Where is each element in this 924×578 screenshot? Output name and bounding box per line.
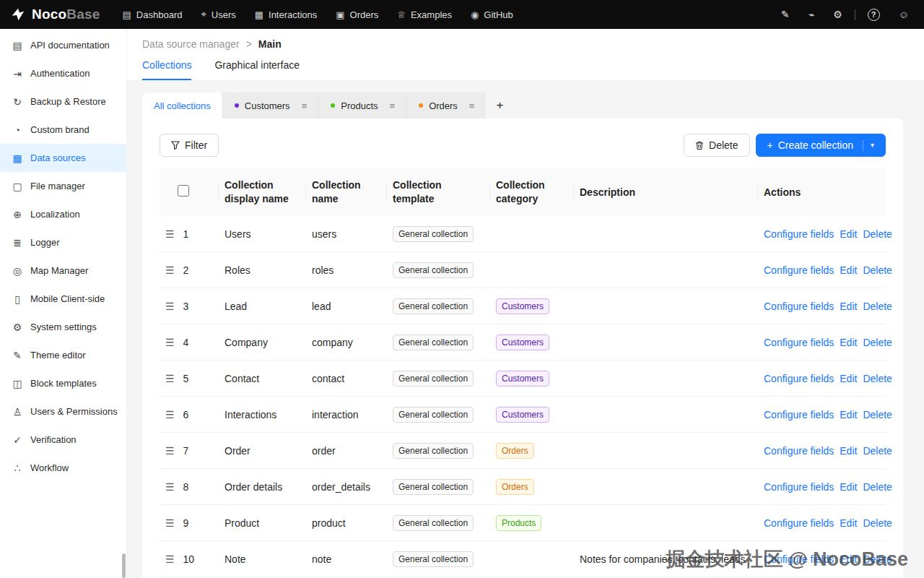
nav-item-interactions[interactable]: ▦Interactions [245, 0, 327, 29]
sidebar-item-file-manager[interactable]: ▢File manager [0, 172, 126, 200]
action-edit[interactable]: Edit [840, 517, 857, 529]
cell-description [574, 505, 758, 541]
sidebar-item-logger[interactable]: ≣Logger [0, 228, 126, 256]
collection-tab-customers[interactable]: Customers≡ [222, 92, 318, 118]
drag-handle-icon[interactable]: ☰ [165, 298, 175, 314]
tab-menu-icon[interactable]: ≡ [469, 100, 475, 111]
user-profile-icon[interactable]: ☺ [889, 0, 918, 29]
cell-category: Customers [490, 397, 574, 433]
cell-description [574, 252, 758, 288]
nocobase-brand[interactable]: NocoBase [0, 7, 113, 22]
action-configure-fields[interactable]: Configure fields [764, 264, 834, 276]
sidebar-item-localization[interactable]: ⊕Localization [0, 200, 126, 228]
collection-tab-orders[interactable]: Orders≡ [406, 92, 486, 118]
sidebar-item-data-sources[interactable]: ▦Data sources [0, 144, 126, 172]
action-edit[interactable]: Edit [840, 445, 857, 457]
sidebar-item-mobile-client-side[interactable]: ▯Mobile Client-side [0, 285, 126, 313]
sidebar-item-workflow[interactable]: ∴Workflow [0, 454, 126, 482]
action-configure-fields[interactable]: Configure fields [764, 553, 834, 565]
action-configure-fields[interactable]: Configure fields [764, 481, 834, 493]
drag-handle-icon[interactable]: ☰ [165, 226, 175, 242]
drag-handle-icon[interactable]: ☰ [165, 262, 175, 278]
action-configure-fields[interactable]: Configure fields [764, 337, 834, 348]
collection-template-tag: General collection [393, 262, 474, 278]
action-edit[interactable]: Edit [840, 228, 857, 240]
action-edit[interactable]: Edit [840, 481, 857, 493]
sidebar-item-theme-editor[interactable]: ✎Theme editor [0, 341, 126, 369]
drag-handle-icon[interactable]: ☰ [165, 443, 175, 459]
ui-editor-highlighter-icon[interactable]: ✎ [772, 0, 799, 29]
sidebar-item-block-templates[interactable]: ◫Block templates [0, 369, 126, 397]
row-index: 1 [183, 226, 189, 242]
nav-item-examples[interactable]: ♕Examples [388, 0, 461, 29]
cell-select: ☰9 [160, 505, 219, 541]
breadcrumb-section[interactable]: Data source manager [142, 38, 240, 50]
sidebar-scrollbar-thumb[interactable] [122, 553, 126, 578]
cell-category: Orders [490, 469, 574, 505]
cell-name: roles [306, 252, 387, 288]
nav-item-github[interactable]: ◉GitHub [461, 0, 523, 29]
action-edit[interactable]: Edit [840, 553, 857, 565]
collection-template-tag: General collection [393, 298, 474, 314]
tab-collections[interactable]: Collections [142, 59, 191, 80]
action-delete[interactable]: Delete [863, 264, 892, 276]
tab-graphical-interface[interactable]: Graphical interface [214, 59, 300, 80]
action-delete[interactable]: Delete [863, 517, 892, 529]
action-edit[interactable]: Edit [840, 264, 857, 276]
add-collection-tab-button[interactable]: + [486, 92, 513, 118]
cell-display-name: Users [219, 216, 306, 252]
sidebar-item-system-settings[interactable]: ⚙System settings [0, 313, 126, 341]
sidebar-item-custom-brand[interactable]: ◔Custom brand [0, 116, 126, 144]
action-configure-fields[interactable]: Configure fields [764, 301, 834, 312]
sidebar-item-authentication[interactable]: ⇥Authentication [0, 59, 126, 87]
drag-handle-icon[interactable]: ☰ [165, 515, 175, 531]
orders-icon: ▣ [336, 9, 344, 20]
settings-gear-icon[interactable]: ⚙ [824, 0, 852, 29]
action-edit[interactable]: Edit [840, 301, 857, 312]
action-delete[interactable]: Delete [863, 409, 892, 420]
help-icon[interactable]: ? [858, 0, 889, 29]
collection-tab-products[interactable]: Products≡ [318, 92, 406, 118]
cell-display-name: Lead [219, 288, 306, 324]
action-configure-fields[interactable]: Configure fields [764, 228, 834, 240]
action-delete[interactable]: Delete [863, 481, 892, 493]
sidebar-item-api-documentation[interactable]: ▤API documentation [0, 31, 126, 59]
action-configure-fields[interactable]: Configure fields [764, 373, 834, 384]
filter-button[interactable]: Filter [160, 134, 219, 157]
sidebar-item-verification[interactable]: ✓Verification [0, 426, 126, 454]
action-delete[interactable]: Delete [863, 228, 892, 240]
collection-tab-all-collections[interactable]: All collections [142, 92, 222, 118]
drag-handle-icon[interactable]: ☰ [165, 479, 175, 495]
action-configure-fields[interactable]: Configure fields [764, 409, 834, 420]
file-manager-icon: ▢ [12, 181, 23, 192]
cell-select: ☰7 [160, 433, 219, 469]
nav-item-dashboard[interactable]: ▤Dashboard [113, 0, 192, 29]
nav-item-orders[interactable]: ▣Orders [326, 0, 388, 29]
sidebar-item-users-permissions[interactable]: ♙Users & Permissions [0, 397, 126, 426]
nav-item-users[interactable]: ⌖Users [191, 0, 245, 29]
action-edit[interactable]: Edit [840, 337, 857, 348]
sidebar-item-map-manager[interactable]: ◎Map Manager [0, 256, 126, 285]
action-configure-fields[interactable]: Configure fields [764, 517, 834, 529]
create-collection-button[interactable]: + Create collection ▾ [756, 134, 886, 157]
action-delete[interactable]: Delete [863, 337, 892, 348]
drag-handle-icon[interactable]: ☰ [165, 371, 175, 387]
drag-handle-icon[interactable]: ☰ [165, 335, 175, 350]
category-dot-icon [331, 103, 335, 108]
action-configure-fields[interactable]: Configure fields [764, 445, 834, 457]
delete-button[interactable]: Delete [684, 134, 749, 157]
nav-item-label: Examples [411, 9, 452, 20]
drag-handle-icon[interactable]: ☰ [165, 551, 175, 567]
tab-menu-icon[interactable]: ≡ [302, 100, 308, 111]
plugin-manager-icon[interactable]: ⌁ [799, 0, 824, 29]
action-delete[interactable]: Delete [863, 373, 892, 384]
select-all-checkbox[interactable] [178, 185, 189, 197]
sidebar-item-backup-restore[interactable]: ↻Backup & Restore [0, 87, 126, 116]
action-delete[interactable]: Delete [863, 553, 892, 565]
tab-menu-icon[interactable]: ≡ [390, 100, 396, 111]
action-delete[interactable]: Delete [863, 301, 892, 312]
action-delete[interactable]: Delete [863, 445, 892, 457]
action-edit[interactable]: Edit [840, 409, 857, 420]
action-edit[interactable]: Edit [840, 373, 857, 384]
drag-handle-icon[interactable]: ☰ [165, 407, 175, 423]
